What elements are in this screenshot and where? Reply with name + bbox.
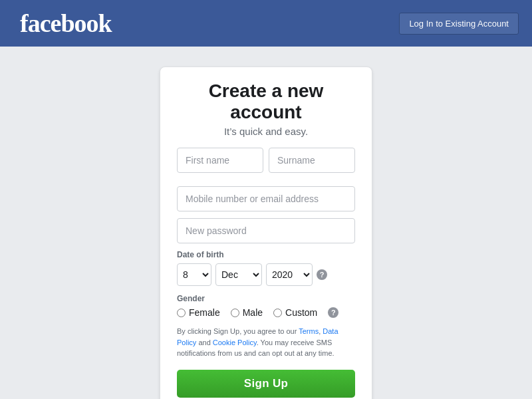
terms-link[interactable]: Terms [299, 327, 319, 335]
dob-row: 8 123 456 7910 111213 141516 171819 2021… [177, 263, 355, 286]
gender-custom-radio[interactable] [273, 309, 282, 317]
surname-input[interactable] [269, 148, 355, 173]
dob-help-icon[interactable]: ? [317, 269, 327, 280]
gender-male-label: Male [243, 307, 263, 318]
login-existing-button[interactable]: Log In to Existing Account [399, 13, 519, 35]
signup-form: Create a new account It’s quick and easy… [160, 66, 372, 399]
header: facebook Log In to Existing Account [0, 0, 532, 47]
password-input[interactable] [177, 218, 355, 243]
gender-female-option[interactable]: Female [177, 307, 220, 318]
email-input[interactable] [177, 186, 355, 211]
facebook-logo: facebook [20, 9, 112, 38]
form-subtitle: It’s quick and easy. [177, 126, 355, 137]
dob-label: Date of birth [177, 250, 355, 259]
name-row [177, 148, 355, 180]
gender-custom-label: Custom [285, 307, 317, 318]
gender-male-radio[interactable] [231, 309, 239, 317]
gender-male-option[interactable]: Male [231, 307, 263, 318]
cookie-policy-link[interactable]: Cookie Policy [213, 338, 257, 346]
gender-female-radio[interactable] [177, 309, 186, 317]
dob-year-select[interactable]: 2020 201920182017 201620152014 201020052… [266, 263, 313, 286]
dob-day-select[interactable]: 8 123 456 7910 111213 141516 171819 2021… [177, 263, 211, 286]
form-title: Create a new account [177, 80, 355, 123]
dob-month-select[interactable]: JanFebMar AprMayJun JulAugSep OctNovDec [215, 263, 262, 286]
main-content: Create a new account It’s quick and easy… [0, 47, 532, 399]
gender-female-label: Female [189, 307, 220, 318]
signup-button[interactable]: Sign Up [177, 370, 355, 398]
gender-help-icon[interactable]: ? [328, 307, 338, 318]
gender-row: Female Male Custom ? [177, 307, 355, 318]
gender-custom-option[interactable]: Custom [273, 307, 317, 318]
first-name-input[interactable] [177, 148, 263, 173]
terms-text: By clicking Sign Up, you agree to our Te… [177, 326, 355, 359]
gender-label: Gender [177, 294, 355, 303]
